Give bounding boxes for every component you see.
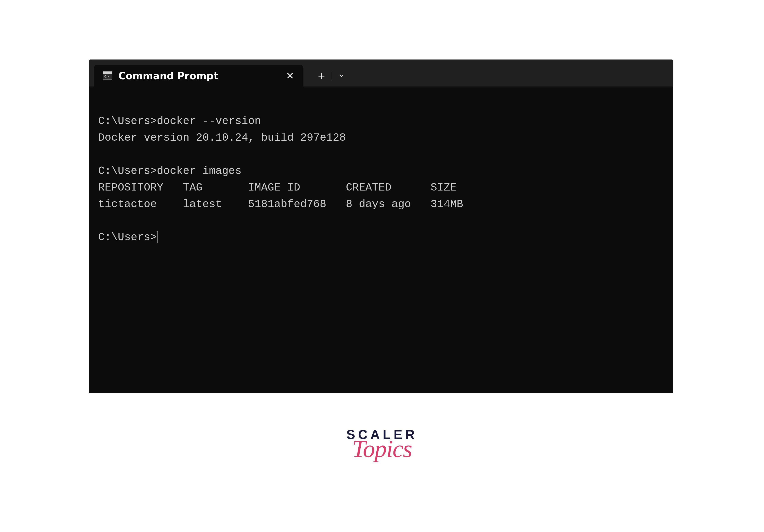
tab-content: C:\_ Command Prompt (103, 70, 218, 82)
chevron-down-icon (338, 73, 344, 79)
cmd-icon-glyph: C:\_ (104, 75, 111, 78)
tab-dropdown-button[interactable] (332, 69, 351, 83)
tab-title: Command Prompt (118, 70, 218, 82)
tab-controls: + (303, 65, 351, 87)
new-tab-button[interactable]: + (311, 69, 332, 83)
terminal-line: Docker version 20.10.24, build 297e128 (98, 132, 346, 144)
terminal-line: REPOSITORY TAG IMAGE ID CREATED SIZE (98, 182, 457, 194)
title-bar: C:\_ Command Prompt ✕ + (89, 60, 673, 87)
terminal-line: C:\Users>docker images (98, 165, 242, 177)
active-tab[interactable]: C:\_ Command Prompt ✕ (94, 65, 303, 87)
cmd-icon: C:\_ (103, 72, 112, 80)
text-cursor (157, 231, 157, 243)
terminal-window: C:\_ Command Prompt ✕ + C:\Users>docker … (89, 59, 673, 393)
logo-line1: SCALER (346, 427, 418, 442)
terminal-line: C:\Users>docker --version (98, 115, 261, 127)
logo: SCALER Topics (346, 427, 418, 460)
terminal-line: tictactoe latest 5181abfed768 8 days ago… (98, 198, 463, 210)
close-tab-button[interactable]: ✕ (284, 70, 296, 82)
terminal-output[interactable]: C:\Users>docker --version Docker version… (89, 87, 673, 255)
terminal-prompt: C:\Users> (98, 231, 157, 243)
